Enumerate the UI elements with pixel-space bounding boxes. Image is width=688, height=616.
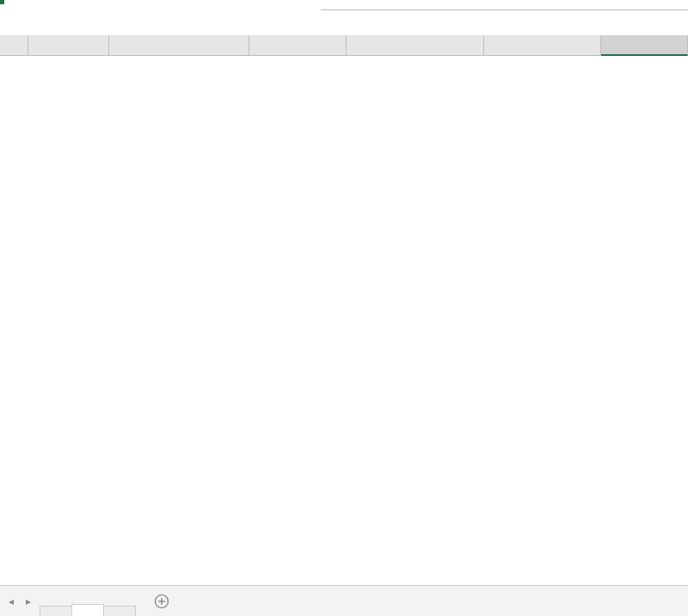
col-F[interactable] — [601, 35, 688, 56]
col-E[interactable] — [484, 35, 601, 56]
tab-nav-first-icon[interactable]: ◂ — [9, 595, 14, 607]
col-B[interactable] — [109, 35, 249, 56]
column-headers — [28, 35, 688, 56]
col-A[interactable] — [28, 35, 109, 56]
tabs — [40, 586, 135, 616]
tab-nav-last-icon[interactable]: ▸ — [26, 595, 31, 607]
col-D[interactable] — [347, 35, 485, 56]
select-all-corner[interactable] — [0, 35, 28, 56]
sheet-tab-bar: ◂ ▸ — [0, 585, 688, 616]
tab-nav: ◂ ▸ — [0, 586, 40, 616]
spreadsheet-area — [0, 0, 688, 585]
tab-sheet1[interactable] — [40, 606, 72, 616]
tab-sheet2[interactable] — [71, 604, 104, 616]
formula-bar-edge — [321, 0, 688, 10]
fill-handle[interactable] — [0, 0, 4, 4]
add-sheet-button[interactable] — [135, 586, 188, 616]
active-cell-outline — [0, 0, 3, 3]
cell-grid[interactable] — [28, 56, 688, 585]
col-C[interactable] — [249, 35, 347, 56]
tab-sheet3[interactable] — [103, 606, 136, 616]
plus-circle-icon — [154, 594, 169, 609]
